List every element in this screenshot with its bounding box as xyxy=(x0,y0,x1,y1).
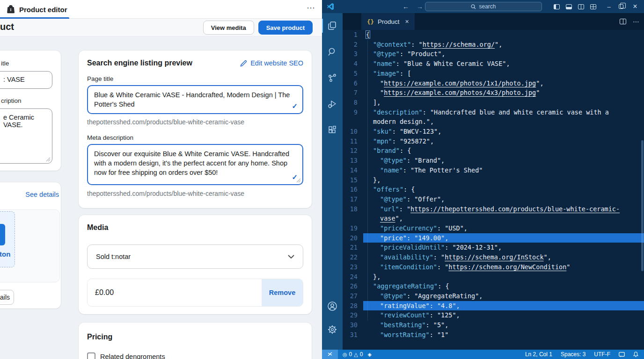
code-line-18[interactable]: 18"url": "https://thepottersshed.com/pro… xyxy=(343,204,644,223)
activity-source-control-icon[interactable] xyxy=(322,70,343,86)
code-editor[interactable]: 1{2"@context": "https://schema.org/",3"@… xyxy=(343,30,644,340)
code-text: "mpn": "925872", xyxy=(363,136,644,146)
problems-status[interactable]: ◎ 0 △ 0 xyxy=(343,351,363,358)
code-line-22[interactable]: 22"availability": "https://schema.org/In… xyxy=(343,252,644,262)
page-title-label: Page title xyxy=(87,75,303,82)
editor-more-actions-icon[interactable]: ⋯ xyxy=(633,18,639,25)
line-number: 29 xyxy=(343,310,363,320)
product-editor-tab[interactable]: Product editor xyxy=(0,0,75,19)
save-product-button[interactable]: Save product xyxy=(258,21,313,35)
code-line-17[interactable]: 17"@type": "Offer", xyxy=(343,194,644,204)
code-text: "https://example.com/photos/4x3/photo.jp… xyxy=(363,88,644,98)
code-line-30[interactable]: 30"bestRating": "5", xyxy=(343,320,644,330)
code-line-12[interactable]: 12"brand": { xyxy=(343,146,644,156)
code-line-4[interactable]: 4"name": "Blue & White Ceramic VASE", xyxy=(343,59,644,69)
code-text: ], xyxy=(363,98,644,108)
cursor-position-status[interactable]: Ln 2, Col 1 xyxy=(525,351,552,358)
title-label-fragment: itle xyxy=(1,60,9,67)
code-line-27[interactable]: 27"@type": "AggregateRating", xyxy=(343,291,644,301)
description-textarea[interactable]: e Ceramic VASE. xyxy=(0,108,52,164)
code-line-7[interactable]: 7"https://example.com/photos/4x3/photo.j… xyxy=(343,88,644,98)
activity-extensions-icon[interactable] xyxy=(322,122,343,138)
code-line-23[interactable]: 23"itemCondition": "https://schema.org/N… xyxy=(343,262,644,272)
code-line-32[interactable]: 32} xyxy=(343,340,644,341)
shopify-bag-icon xyxy=(7,5,15,14)
command-search-box[interactable]: search xyxy=(425,2,542,11)
see-details-link[interactable]: See details xyxy=(25,191,59,198)
code-line-8[interactable]: 8], xyxy=(343,98,644,108)
search-placeholder: search xyxy=(479,3,496,10)
settings-gear-icon[interactable] xyxy=(322,322,343,337)
resize-handle-icon[interactable] xyxy=(46,157,51,162)
customize-layout-icon[interactable] xyxy=(587,0,599,13)
code-line-31[interactable]: 31"worstRating": "1" xyxy=(343,330,644,340)
title-input[interactable]: : VASE xyxy=(0,71,52,89)
app-menu-ellipsis-icon[interactable]: ⋯ xyxy=(307,3,315,13)
title-input-value: : VASE xyxy=(3,76,25,83)
code-line-19[interactable]: 19"priceCurrency": "USD", xyxy=(343,223,644,233)
remove-button[interactable]: Remove xyxy=(262,279,303,306)
activity-run-debug-icon[interactable] xyxy=(322,96,343,112)
details-button-cut[interactable]: ails xyxy=(0,290,14,305)
tile-label-fragment: ton xyxy=(0,250,10,258)
tile-thumbnail xyxy=(0,224,5,245)
line-number: 6 xyxy=(343,79,363,88)
ports-status[interactable]: ◈ xyxy=(367,352,371,358)
tab-close-icon[interactable]: × xyxy=(405,18,409,25)
product-editor-app: Product editor ⋯ uct View medita Save pr… xyxy=(0,0,322,359)
code-line-24[interactable]: 24}, xyxy=(343,272,644,282)
encoding-status[interactable]: UTF-F xyxy=(594,351,610,358)
code-line-3[interactable]: 3"@type": "Product", xyxy=(343,49,644,59)
activity-search-icon[interactable] xyxy=(322,44,343,60)
activity-explorer-icon[interactable] xyxy=(322,18,343,34)
code-line-2[interactable]: 2"@context": "https://schema.org/", xyxy=(343,40,644,50)
restore-button[interactable] xyxy=(615,0,627,13)
split-editor-icon[interactable] xyxy=(620,19,626,24)
code-line-10[interactable]: 10"sku": "BWCV-123", xyxy=(343,127,644,136)
selected-tile[interactable]: ton xyxy=(0,211,15,267)
page-title-input[interactable]: Blue & White Ceramic VASE - Handcrafted,… xyxy=(87,85,303,114)
line-number: 27 xyxy=(343,291,363,301)
nav-back-icon[interactable]: ← xyxy=(402,3,409,10)
media-price-input[interactable]: £0.00 xyxy=(88,279,262,306)
line-number: 4 xyxy=(343,59,363,69)
view-media-button[interactable]: View medita xyxy=(203,21,254,35)
code-line-28[interactable]: 28"ratingValue": "4.8", xyxy=(343,301,644,311)
code-line-16[interactable]: 16"offers": { xyxy=(343,185,644,194)
bell-icon[interactable] xyxy=(633,352,638,357)
code-line-29[interactable]: 29"reviewCount": "125", xyxy=(343,310,644,320)
related-checkbox[interactable] xyxy=(87,352,95,359)
code-line-11[interactable]: 11"mpn": "925872", xyxy=(343,136,644,146)
code-line-1[interactable]: 1{ xyxy=(343,30,644,40)
indentation-status[interactable]: Spaces: 3 xyxy=(561,351,585,358)
toggle-sidebar-icon[interactable] xyxy=(550,0,563,13)
meta-description-textarea[interactable]: Discover our exquisite Blue & White Cera… xyxy=(87,144,303,185)
code-text: "name": "Blue & White Ceramic VASE", xyxy=(363,59,644,69)
minimize-button[interactable]: – xyxy=(603,0,615,13)
code-line-20[interactable]: 20"price": "149.00", xyxy=(343,233,644,243)
remote-indicator[interactable] xyxy=(322,350,338,359)
code-line-15[interactable]: 15}, xyxy=(343,175,644,185)
code-line-26[interactable]: 26"aggregateRating": { xyxy=(343,281,644,291)
line-number: 31 xyxy=(343,330,363,340)
code-line-21[interactable]: 21"priceValidUntil": "2024-12-31", xyxy=(343,243,644,252)
edit-website-seo-link[interactable]: Edit website SEO xyxy=(240,59,303,67)
vscode-window: ← → search – × xyxy=(322,0,644,359)
editor-scrollbar[interactable] xyxy=(641,140,644,271)
account-icon[interactable] xyxy=(322,298,343,314)
tab-product-json[interactable]: {} Product × xyxy=(361,13,415,30)
toggle-panel-icon[interactable] xyxy=(563,0,575,13)
media-select[interactable]: Sold t:notar xyxy=(87,244,303,269)
code-line-13[interactable]: 13"@type": "Brand", xyxy=(343,156,644,165)
app-top-bar: Product editor ⋯ xyxy=(0,0,322,19)
code-line-5[interactable]: 5"image": [ xyxy=(343,69,644,79)
code-line-14[interactable]: 14"name": "The Potter's Shed" xyxy=(343,165,644,175)
code-line-6[interactable]: 6"https://example.com/photos/1x1/photo.j… xyxy=(343,79,644,88)
code-line-9[interactable]: 9"description": "Handcrafted blue and wh… xyxy=(343,108,644,127)
close-button[interactable]: × xyxy=(629,0,641,13)
valid-check-icon: ✓ xyxy=(292,101,298,111)
resize-handle-icon[interactable] xyxy=(296,178,301,183)
layout-feedback-icon[interactable] xyxy=(619,352,625,357)
toggle-secondary-sidebar-icon[interactable] xyxy=(575,0,587,13)
nav-forward-icon[interactable]: → xyxy=(417,3,423,10)
